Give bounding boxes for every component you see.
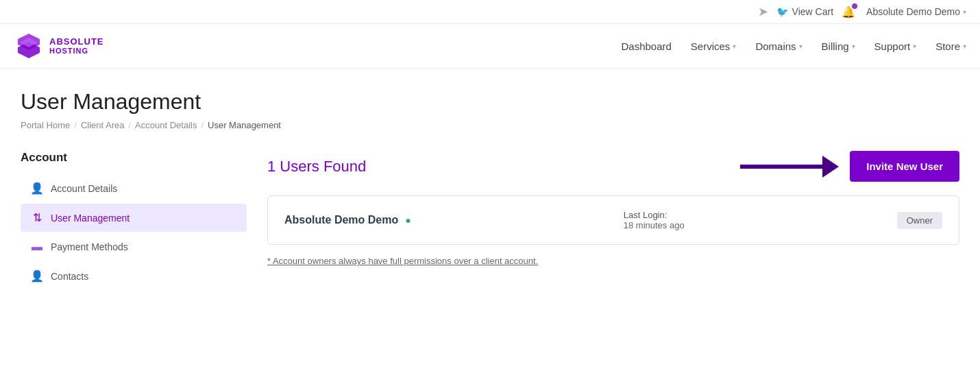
view-cart-label: View Cart — [792, 6, 833, 17]
notification-dot — [852, 3, 857, 9]
main-layout: Account 👤 Account Details ⇅ User Managem… — [21, 151, 959, 291]
last-login-label: Last Login: — [624, 210, 667, 220]
view-cart-link[interactable]: 🐦 View Cart — [776, 6, 833, 17]
page-title: User Management — [21, 89, 959, 115]
nav-bar: ABSOLUTE HOSTING Dashboard Services ▾ Do… — [0, 24, 980, 69]
user-menu-chevron: ▾ — [963, 8, 966, 16]
store-caret: ▾ — [963, 43, 966, 50]
breadcrumb-client-area[interactable]: Client Area — [81, 120, 125, 130]
user-menu[interactable]: Absolute Demo Demo ▾ — [866, 6, 966, 17]
sidebar-label-account-details: Account Details — [51, 183, 117, 194]
services-caret: ▾ — [733, 43, 736, 50]
breadcrumb-sep-3: / — [201, 120, 204, 130]
online-indicator: ● — [405, 215, 411, 226]
footnote: * Account owners always have full permis… — [267, 256, 959, 266]
arrow-line — [740, 165, 822, 169]
users-found-label: 1 Users Found — [267, 158, 366, 176]
nav-billing[interactable]: Billing ▾ — [822, 40, 855, 52]
sidebar-item-payment-methods[interactable]: ▬ Payment Methods — [21, 233, 247, 261]
breadcrumb-account-details[interactable]: Account Details — [135, 120, 197, 130]
top-bar: ➤ 🐦 View Cart 🔔 Absolute Demo Demo ▾ — [0, 0, 980, 24]
invite-new-user-button[interactable]: Invite New User — [850, 151, 959, 182]
logo-hosting: HOSTING — [49, 47, 104, 55]
notification-icon[interactable]: 🔔 — [842, 5, 855, 19]
sidebar-item-account-details[interactable]: 👤 Account Details — [21, 174, 247, 202]
nav-links: Dashboard Services ▾ Domains ▾ Billing ▾… — [621, 40, 966, 52]
breadcrumb-portal-home[interactable]: Portal Home — [21, 120, 70, 130]
footnote-text: * Account owners always have full permis… — [267, 256, 538, 266]
last-login: Last Login: 18 minutes ago — [624, 210, 685, 230]
contacts-icon: 👤 — [30, 270, 44, 283]
arrow-container — [740, 156, 839, 178]
logo-text: ABSOLUTE HOSTING — [49, 37, 104, 55]
content-header: 1 Users Found Invite New User — [267, 151, 959, 182]
breadcrumb-current: User Management — [208, 120, 281, 130]
billing-caret: ▾ — [852, 43, 855, 50]
sidebar-item-user-management[interactable]: ⇅ User Management — [21, 204, 247, 232]
user-info: Absolute Demo Demo ● — [284, 214, 411, 226]
nav-services[interactable]: Services ▾ — [691, 40, 737, 52]
nav-support[interactable]: Support ▾ — [874, 40, 917, 52]
user-name: Absolute Demo Demo — [284, 214, 398, 226]
user-management-icon: ⇅ — [30, 211, 44, 224]
content-area: 1 Users Found Invite New User Absolute D… — [267, 151, 959, 291]
top-bar-icons: ➤ 🐦 View Cart 🔔 — [758, 4, 855, 19]
page-content: User Management Portal Home / Client Are… — [0, 69, 980, 305]
sidebar-label-contacts: Contacts — [51, 271, 88, 282]
nav-dashboard[interactable]: Dashboard — [621, 40, 671, 52]
user-card: Absolute Demo Demo ● Last Login: 18 minu… — [267, 195, 959, 245]
account-details-icon: 👤 — [30, 182, 44, 195]
arrow-head — [822, 156, 839, 178]
share-icon[interactable]: ➤ — [758, 4, 768, 19]
owner-badge: Owner — [897, 212, 942, 229]
sidebar-section-title: Account — [21, 151, 247, 165]
sidebar-item-contacts[interactable]: 👤 Contacts — [21, 262, 247, 290]
sidebar: Account 👤 Account Details ⇅ User Managem… — [21, 151, 247, 291]
nav-domains[interactable]: Domains ▾ — [755, 40, 802, 52]
logo-absolute: ABSOLUTE — [49, 37, 104, 47]
domains-caret: ▾ — [799, 43, 803, 50]
logo-icon — [14, 31, 44, 61]
payment-methods-icon: ▬ — [30, 241, 44, 253]
sidebar-label-payment-methods: Payment Methods — [51, 241, 128, 252]
sidebar-label-user-management: User Management — [51, 213, 130, 224]
breadcrumb: Portal Home / Client Area / Account Deta… — [21, 120, 959, 130]
last-login-time: 18 minutes ago — [624, 220, 685, 230]
breadcrumb-sep-1: / — [74, 120, 77, 130]
nav-store[interactable]: Store ▾ — [935, 40, 966, 52]
user-display-name: Absolute Demo Demo — [866, 6, 960, 17]
logo[interactable]: ABSOLUTE HOSTING — [14, 31, 104, 61]
invite-btn-area: Invite New User — [740, 151, 959, 182]
support-caret: ▾ — [913, 43, 916, 50]
cart-icon: 🐦 — [776, 6, 788, 17]
breadcrumb-sep-2: / — [128, 120, 131, 130]
